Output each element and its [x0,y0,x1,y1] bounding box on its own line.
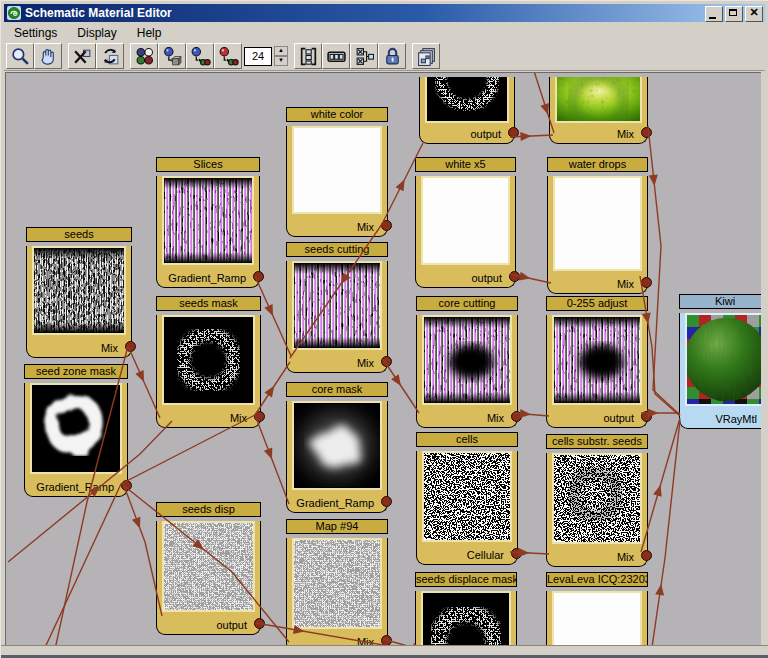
node-levaleva[interactable]: LevaLeva ICQ:23203 [546,572,648,647]
node-map94[interactable]: Map #94Mix [286,519,388,647]
node-body: Mix [416,315,518,428]
node-thumbnail-stripes-purple-blob [422,315,512,405]
spinner-down-arrow[interactable]: ▼ [274,56,288,66]
wire-arrowhead [653,485,662,497]
node-white_color[interactable]: white colorMix [286,107,388,237]
stacked-view-button[interactable] [412,43,440,69]
node-body [546,591,648,647]
node-connector-dot[interactable] [641,127,652,138]
node-title: seeds cutting [286,242,388,257]
node-connector-dot[interactable] [511,548,522,559]
depth-spinner-value[interactable]: 24 [244,47,272,66]
layout-vertical-button[interactable] [294,43,322,69]
show-maps-button[interactable] [186,43,214,69]
node-connector-dot[interactable] [253,271,264,282]
node-connector-dot[interactable] [254,411,265,422]
node-connector-dot[interactable] [511,411,522,422]
wire-arrowhead [391,374,401,386]
node-core_cutting[interactable]: core cuttingMix [416,296,518,428]
material-slots-button[interactable] [130,43,158,69]
node-cells[interactable]: cellsCellular [416,432,518,565]
lock-layout-button[interactable] [378,43,406,69]
menu-item-display[interactable]: Display [69,25,124,41]
node-output-label: output [470,128,501,140]
node-connector-dot[interactable] [381,220,392,231]
node-title: LevaLeva ICQ:23203 [546,572,648,587]
node-kiwi_map[interactable]: Mix [549,77,648,144]
node-connector-dot[interactable] [381,356,392,367]
window-title: Schematic Material Editor [25,6,172,20]
menu-bar: SettingsDisplayHelp [4,23,765,42]
node-output-label: Gradient_Ramp [36,481,114,493]
minimize-button[interactable] [705,6,723,22]
pan-tool-button[interactable] [34,43,62,69]
node-thumbnail-blob-white [292,401,382,490]
node-kiwi[interactable]: KiwiVRayMtl [679,294,761,429]
node-water_drops[interactable]: water dropsMix [547,157,648,294]
node-seeds_cutting[interactable]: seeds cuttingMix [286,242,388,373]
close-button[interactable]: ✕ [745,6,763,22]
node-slices[interactable]: SlicesGradient_Ramp [156,157,260,288]
node-body: Mix [549,77,648,144]
node-connector-dot[interactable] [641,550,652,561]
schematic-material-editor-window: Schematic Material Editor ✕ SettingsDisp… [0,0,768,658]
wire-arrowhead [540,103,549,115]
node-body: Mix [156,315,261,428]
show-links-button[interactable] [350,43,378,69]
node-connector-dot[interactable] [641,277,652,288]
node-connector-dot[interactable] [381,496,392,507]
delete-selected-button[interactable] [68,43,96,69]
update-view-button[interactable] [96,43,124,69]
hand-icon [38,46,59,67]
layout-v-icon [298,46,319,67]
spinner-up-arrow[interactable]: ▲ [274,46,288,56]
node-connector-dot[interactable] [509,271,520,282]
node-title: white color [286,107,388,122]
node-thumbnail-white [421,176,510,265]
node-output-label: Mix [230,412,247,424]
node-body: output [419,77,515,144]
node-cells_substr_seeds[interactable]: cells substr. seedsMix [546,434,648,567]
node-connector-dot[interactable] [125,341,136,352]
node-body: Mix [286,261,388,373]
node-body: Cellular [416,451,518,565]
wire-seeds_mask-to-core_mask [255,415,289,504]
wire-arrowhead [519,272,531,281]
node-output-label: Mix [617,128,634,140]
node-title: seeds disp [156,502,261,517]
node-adjust_0255[interactable]: 0-255 adjustoutput [546,296,648,428]
node-thumbnail-stripes-purple [162,176,254,265]
title-bar[interactable]: Schematic Material Editor ✕ [4,4,765,22]
node-output-label: Gradient_Ramp [296,497,374,509]
depth-spinner: 24▲▼ [244,46,288,66]
layout-horizontal-button[interactable] [322,43,350,69]
node-seed_zone_mask[interactable]: seed zone maskGradient_Ramp [24,364,128,497]
schematic-canvas[interactable]: outputMixwhite colorMixSlicesGradient_Ra… [5,72,761,647]
menu-item-help[interactable]: Help [129,25,170,41]
node-seeds_disp[interactable]: seeds dispoutput [156,502,261,635]
node-title: seeds [26,227,132,242]
node-output-label: Mix [101,342,118,354]
node-title: 0-255 adjust [546,296,648,311]
node-out_top[interactable]: output [419,77,515,144]
node-thumbnail-sphere-checker [685,313,761,406]
node-thumbnail-white [292,126,382,214]
node-connector-dot[interactable] [641,411,652,422]
node-white_x5[interactable]: white x5output [415,157,516,288]
node-thumbnail-stripes-bw [32,246,126,335]
maximize-button[interactable] [725,6,743,22]
node-connector-dot[interactable] [254,618,265,629]
assign-material-to-selection-button[interactable] [158,43,186,69]
node-core_mask[interactable]: core maskGradient_Ramp [286,382,388,513]
node-title: white x5 [415,157,516,172]
node-seeds_displace_mask[interactable]: seeds displace mask [415,572,517,647]
node-seeds_mask[interactable]: seeds maskMix [156,296,261,428]
node-seeds[interactable]: seedsMix [26,227,132,358]
menu-item-settings[interactable]: Settings [6,25,65,41]
close-icon: ✕ [746,6,762,19]
node-connector-dot[interactable] [121,480,132,491]
node-body: VRayMtl [679,313,761,429]
zoom-tool-button[interactable] [6,43,34,69]
show-submaps-button[interactable] [214,43,242,69]
node-connector-dot[interactable] [508,127,519,138]
